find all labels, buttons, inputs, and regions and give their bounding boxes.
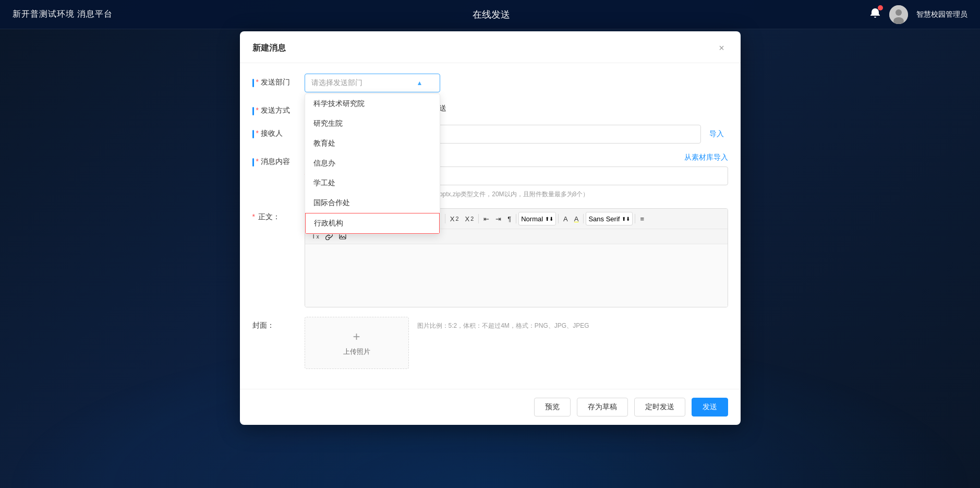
toolbar-normal-select[interactable]: Normal ⬆⬇ xyxy=(518,212,556,225)
body-label-text: 正文： xyxy=(258,212,280,222)
svg-point-4 xyxy=(341,235,342,236)
toolbar-divider-8 xyxy=(635,214,635,223)
required-star-2: * xyxy=(256,106,259,114)
toolbar-font-family[interactable]: Sans Serif ⬆⬇ xyxy=(586,212,633,225)
dropdown-item-3[interactable]: 信息办 xyxy=(305,153,440,173)
modal-body: * 发送部门 请选择发送部门 ▲ 科学技术研究院 研究生院 xyxy=(240,63,741,389)
body-required: * xyxy=(252,212,255,221)
toolbar-divider-6 xyxy=(558,214,559,223)
label-bar-3 xyxy=(252,130,254,138)
cover-row: 封面： + 上传照片 图片比例：5:2，体积：不超过4M，格式：PNG、JPG、… xyxy=(252,317,728,369)
editor-body[interactable] xyxy=(305,244,728,307)
toolbar-divider-4 xyxy=(478,214,479,223)
toolbar-indent-left[interactable]: ⇤ xyxy=(481,213,492,224)
scheduled-send-button[interactable]: 定时发送 xyxy=(634,398,685,416)
body-label: * 正文： xyxy=(252,208,305,222)
save-draft-button[interactable]: 存为草稿 xyxy=(577,398,628,416)
toolbar-superscript[interactable]: X2 xyxy=(463,213,477,224)
import-button[interactable]: 导入 xyxy=(705,129,728,139)
send-button[interactable]: 发送 xyxy=(692,398,728,416)
department-content: 请选择发送部门 ▲ 科学技术研究院 研究生院 教育处 信息办 学工处 国际合作处… xyxy=(305,74,728,92)
department-select-placeholder: 请选择发送部门 xyxy=(311,78,362,88)
cover-label-text: 封面： xyxy=(252,321,274,330)
required-star-4: * xyxy=(256,157,259,165)
toolbar-divider-7 xyxy=(583,214,584,223)
close-button[interactable]: × xyxy=(716,42,728,54)
toolbar-paragraph[interactable]: ¶ xyxy=(505,213,514,224)
modal-footer: 预览 存为草稿 定时发送 发送 xyxy=(240,389,741,425)
department-row: * 发送部门 请选择发送部门 ▲ 科学技术研究院 研究生院 xyxy=(252,74,728,92)
required-star-3: * xyxy=(256,129,259,137)
upload-box[interactable]: + 上传照片 xyxy=(305,317,409,369)
upload-hint: 图片比例：5:2，体积：不超过4M，格式：PNG、JPG、JPEG xyxy=(417,317,589,331)
send-method-label: * 发送方式 xyxy=(252,102,305,115)
department-select-wrapper: 请选择发送部门 ▲ 科学技术研究院 研究生院 教育处 信息办 学工处 国际合作处… xyxy=(305,74,440,92)
svg-rect-3 xyxy=(340,234,346,239)
toolbar-align[interactable]: ≡ xyxy=(637,213,647,224)
cover-label: 封面： xyxy=(252,317,305,330)
content-label: * 消息内容 xyxy=(252,153,305,166)
recipient-label: * 接收人 xyxy=(252,125,305,138)
department-label: * 发送部门 xyxy=(252,74,305,87)
dropdown-item-1[interactable]: 研究生院 xyxy=(305,114,440,134)
toolbar-subscript[interactable]: X2 xyxy=(447,213,462,224)
chevron-font-icon: ⬆⬇ xyxy=(622,216,630,222)
label-bar-2 xyxy=(252,107,254,115)
upload-label: 上传照片 xyxy=(343,347,370,356)
dropdown-item-5[interactable]: 国际合作处 xyxy=(305,193,440,213)
modal-dialog: 新建消息 × * 发送部门 请选择发送部门 ▲ xyxy=(240,31,741,425)
department-dropdown: 科学技术研究院 研究生院 教育处 信息办 学工处 国际合作处 行政机构 xyxy=(305,93,440,234)
dropdown-item-0[interactable]: 科学技术研究院 xyxy=(305,94,440,114)
toolbar-divider-3 xyxy=(445,214,445,223)
chevron-select-icon: ⬆⬇ xyxy=(545,216,553,222)
modal-overlay: 新建消息 × * 发送部门 请选择发送部门 ▲ xyxy=(0,0,980,488)
toolbar-divider-5 xyxy=(516,214,516,223)
required-star: * xyxy=(256,78,259,86)
toolbar-font-color[interactable]: A xyxy=(561,213,571,224)
toolbar-indent-right[interactable]: ⇥ xyxy=(493,213,504,224)
preview-button[interactable]: 预览 xyxy=(534,398,571,416)
dropdown-item-2[interactable]: 教育处 xyxy=(305,134,440,153)
cover-upload: + 上传照片 图片比例：5:2，体积：不超过4M，格式：PNG、JPG、JPEG xyxy=(305,317,728,369)
modal-header: 新建消息 × xyxy=(240,31,741,63)
plus-icon: + xyxy=(353,329,360,344)
label-bar xyxy=(252,79,254,87)
department-select[interactable]: 请选择发送部门 ▲ xyxy=(305,74,440,92)
modal-title: 新建消息 xyxy=(252,43,286,54)
chevron-up-icon: ▲ xyxy=(417,79,423,87)
dropdown-item-4[interactable]: 学工处 xyxy=(305,173,440,193)
cover-content: + 上传照片 图片比例：5:2，体积：不超过4M，格式：PNG、JPG、JPEG xyxy=(305,317,728,369)
dropdown-item-6[interactable]: 行政机构 xyxy=(305,213,440,234)
label-bar-4 xyxy=(252,158,254,166)
toolbar-font-highlight[interactable]: A xyxy=(572,213,582,224)
